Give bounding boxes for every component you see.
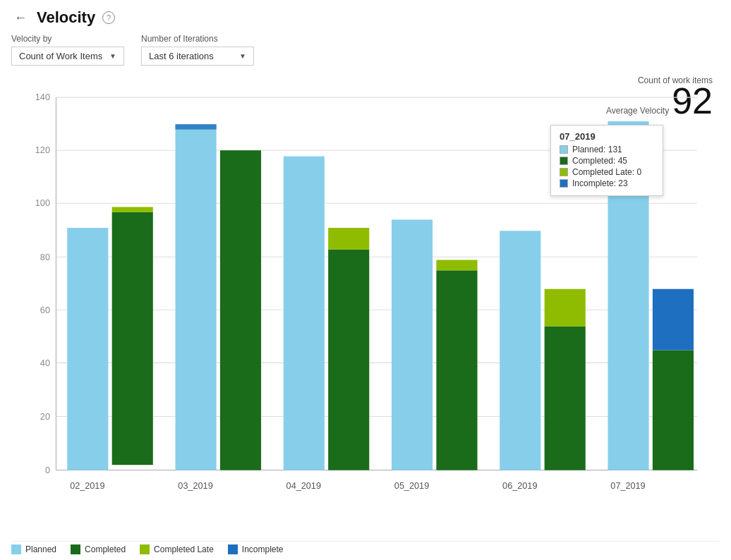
page-container: ← Velocity ? Velocity by Count of Work I… — [0, 0, 731, 560]
bar-group-07-2019: 07_2019 — [608, 121, 694, 491]
iterations-dropdown[interactable]: Last 6 iterations ▼ — [141, 47, 254, 66]
svg-text:04_2019: 04_2019 — [286, 481, 321, 491]
bar-group-04-2019: 04_2019 — [284, 157, 370, 491]
svg-text:05_2019: 05_2019 — [394, 481, 429, 491]
legend-completed-late-swatch — [140, 544, 150, 554]
completed-late-bar-05 — [436, 260, 477, 271]
legend-item-completed: Completed — [71, 544, 126, 554]
bar-chart: 140 120 100 80 60 40 20 0 — [11, 83, 720, 538]
completed-bar-03 — [220, 150, 261, 470]
planned-bar-03 — [176, 124, 217, 470]
svg-text:0: 0 — [45, 465, 50, 475]
completed-late-bar-02 — [112, 207, 153, 212]
bar-group-05-2019: 05_2019 — [392, 219, 478, 491]
page-title: Velocity — [37, 8, 95, 27]
bar-group-03-2019: 03_2019 — [176, 124, 262, 491]
chart-container: 140 120 100 80 60 40 20 0 — [11, 83, 720, 538]
svg-text:140: 140 — [35, 92, 50, 102]
help-icon[interactable]: ? — [102, 11, 115, 24]
velocity-by-arrow-icon: ▼ — [109, 52, 116, 60]
controls-bar: Velocity by Count of Work Items ▼ Number… — [11, 34, 720, 66]
svg-text:80: 80 — [40, 252, 50, 262]
svg-text:20: 20 — [40, 412, 50, 422]
svg-text:07_2019: 07_2019 — [610, 481, 645, 491]
velocity-by-label: Velocity by — [11, 34, 124, 44]
legend-item-incomplete: Incomplete — [228, 544, 284, 554]
chart-area: Count of work items Average Velocity 92 … — [11, 75, 720, 554]
legend-incomplete-swatch — [228, 544, 238, 554]
svg-text:60: 60 — [40, 305, 50, 315]
legend-completed-label: Completed — [85, 544, 126, 554]
iterations-value: Last 6 iterations — [149, 51, 214, 61]
back-button[interactable]: ← — [11, 9, 30, 27]
iterations-arrow-icon: ▼ — [239, 52, 246, 60]
velocity-by-group: Velocity by Count of Work Items ▼ — [11, 34, 124, 66]
svg-text:100: 100 — [35, 198, 50, 208]
incomplete-bar-07 — [653, 289, 694, 351]
legend-item-completed-late: Completed Late — [140, 544, 214, 554]
legend-planned-swatch — [11, 544, 21, 554]
planned-bar-05 — [392, 219, 433, 470]
completed-bar-04 — [328, 250, 369, 470]
svg-text:02_2019: 02_2019 — [70, 481, 104, 491]
chart-legend: Planned Completed Completed Late Incompl… — [11, 541, 720, 554]
iterations-label: Number of Iterations — [141, 34, 254, 44]
legend-planned-label: Planned — [25, 544, 56, 554]
velocity-by-value: Count of Work Items — [19, 51, 102, 61]
planned-bar-06 — [500, 231, 540, 470]
iterations-group: Number of Iterations Last 6 iterations ▼ — [141, 34, 254, 66]
svg-text:40: 40 — [40, 358, 50, 368]
completed-bar-02 — [112, 212, 153, 465]
legend-incomplete-label: Incomplete — [242, 544, 284, 554]
header: ← Velocity ? — [11, 8, 720, 27]
incomplete-top-03 — [176, 124, 217, 129]
planned-bar-04 — [284, 157, 325, 470]
planned-bar-07 — [608, 121, 648, 470]
completed-late-bar-04 — [328, 228, 369, 250]
completed-late-bar-06 — [545, 289, 586, 327]
svg-text:120: 120 — [35, 145, 50, 155]
legend-completed-late-label: Completed Late — [154, 544, 214, 554]
completed-bar-05 — [436, 270, 477, 470]
bar-group-06-2019: 06_2019 — [500, 231, 586, 491]
velocity-by-dropdown[interactable]: Count of Work Items ▼ — [11, 47, 124, 66]
legend-item-planned: Planned — [11, 544, 56, 554]
completed-bar-07 — [653, 350, 694, 470]
planned-bar-02 — [67, 228, 108, 470]
legend-completed-swatch — [71, 544, 80, 554]
bar-group-02-2019: 02_2019 — [67, 207, 153, 490]
svg-text:03_2019: 03_2019 — [178, 481, 212, 491]
completed-bar-06 — [545, 327, 586, 470]
svg-text:06_2019: 06_2019 — [502, 481, 537, 491]
